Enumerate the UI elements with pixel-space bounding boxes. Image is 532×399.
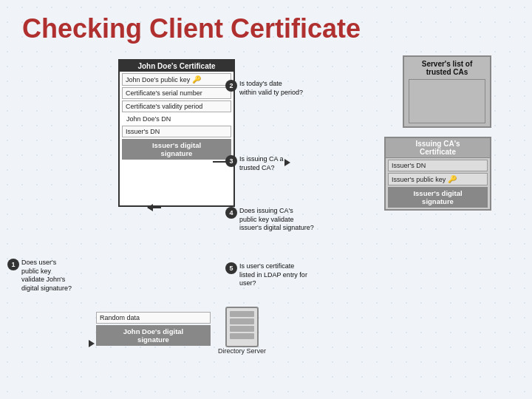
step-3: 3 Is issuing CA atrusted CA? — [225, 155, 284, 172]
cert-serial-row: Certificate's serial number — [122, 87, 231, 99]
directory-server-label: Directory Server — [218, 347, 266, 355]
ca-title: Issuing CA'sCertificate — [386, 138, 490, 158]
cert-validity-row: Certificate's validity period — [122, 100, 231, 112]
cert-dn-label: John Doe's DN — [122, 114, 231, 124]
page-title: Checking Client Certificate — [0, 0, 532, 52]
directory-server: Directory Server — [218, 307, 266, 355]
step-4: 4 Does issuing CA'spublic key validateis… — [225, 207, 314, 233]
cert-public-key-row: John Doe's public key 🔑 — [122, 73, 231, 86]
random-data-row: Random data — [96, 312, 211, 324]
ca-public-key-row: Issuer's public key 🔑 — [388, 173, 488, 185]
step-1: 1 Does user'spublic keyvalidate John'sdi… — [7, 259, 72, 293]
cert-issuer-sig-row: Issuer's digitalsignature — [122, 139, 231, 160]
step-5: 5 Is user's certificatelisted in LDAP en… — [225, 262, 307, 288]
signature-section: Random data John Doe's digitalsignature — [96, 310, 211, 347]
certificate-box: John Doe's Certificate John Doe's public… — [118, 59, 235, 207]
trusted-cas-label: Server's list oftrusted CAs — [422, 60, 473, 76]
cert-issuer-dn-row: Issuer's DN — [122, 126, 231, 137]
issuing-ca-box: Issuing CA'sCertificate Issuer's DN Issu… — [384, 137, 491, 211]
ca-sig-row: Issuer's digitalsignature — [388, 187, 488, 208]
trusted-cas-box: Server's list oftrusted CAs — [403, 55, 491, 128]
certificate-title: John Doe's Certificate — [120, 61, 233, 72]
ca-issuer-dn-row: Issuer's DN — [388, 160, 488, 171]
step-2: 2 Is today's datewithin valid ty period? — [225, 80, 303, 97]
john-sig-row: John Doe's digitalsignature — [96, 325, 211, 346]
